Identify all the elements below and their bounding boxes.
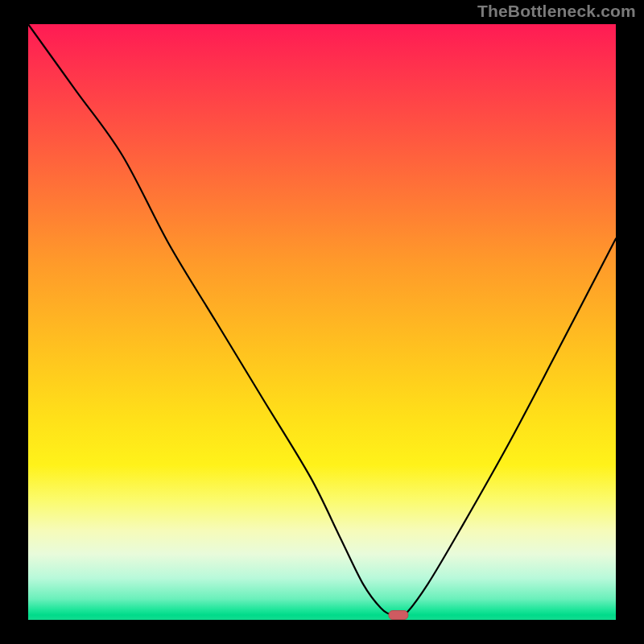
- chart-overlay: [28, 24, 616, 620]
- watermark-text: TheBottleneck.com: [477, 2, 636, 21]
- optimum-marker: [389, 611, 408, 620]
- chart-canvas: TheBottleneck.com: [0, 0, 644, 644]
- bottleneck-curve: [28, 24, 616, 617]
- plot-area: [28, 24, 616, 620]
